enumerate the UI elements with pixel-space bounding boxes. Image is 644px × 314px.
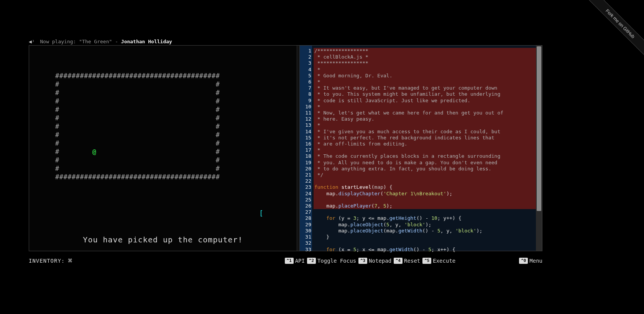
code-line: * (314, 104, 542, 110)
code-line[interactable]: map.placeObject(5, y, 'block'); (314, 222, 542, 228)
code-line: * to do anything extra. In fact, you sho… (314, 166, 542, 172)
code-line: * you. All you need to do is make a gap.… (314, 160, 542, 166)
code-line: * (314, 79, 542, 85)
code-line: * code is still JavaScript. Just like we… (314, 98, 542, 104)
code-line: function startLevel(map) { (314, 184, 542, 190)
code-line: map.displayChapter('Chapter 1\nBreakout'… (314, 191, 542, 197)
editor-scrollbar[interactable] (536, 46, 542, 251)
shortcut-toggle-focus[interactable]: ^2Toggle Focus (307, 258, 356, 264)
main-panel: ########################################… (29, 45, 542, 251)
editor-code[interactable]: /***************** * cellBlockA.js * ***… (312, 46, 542, 251)
code-line[interactable]: } (314, 234, 542, 240)
code-editor[interactable]: 1234567891011121314151617181920212223242… (300, 46, 542, 251)
fork-ribbon-label: Fork me on GitHub (581, 0, 644, 63)
code-line (314, 197, 542, 203)
code-line: * (314, 147, 542, 153)
game-grid: ########################################… (55, 72, 220, 181)
code-line: * it's not perfect. The red background i… (314, 135, 542, 141)
code-line: * to you. This system might be unfamilia… (314, 91, 542, 97)
computer-inventory-icon[interactable]: ⌘ (68, 257, 72, 265)
now-playing-sep: - (112, 39, 121, 44)
shortcut-menu[interactable]: ^0Menu (519, 258, 542, 264)
code-line: */ (314, 172, 542, 178)
code-line[interactable] (314, 209, 542, 215)
code-line: * Now, let's get what we came here for a… (314, 110, 542, 116)
now-playing-artist: Jonathan Holliday (121, 39, 172, 44)
code-line: * (314, 122, 542, 128)
code-line: * The code currently places blocks in a … (314, 153, 542, 159)
game-viewport[interactable]: ########################################… (29, 46, 297, 251)
code-line[interactable]: for (x = 5; x <= map.getWidth() - 5; x++… (314, 247, 542, 253)
shortcut-execute[interactable]: ^5Execute (422, 258, 455, 264)
shortcut-notepad[interactable]: ^3Notepad (358, 258, 391, 264)
editor-gutter: 1234567891011121314151617181920212223242… (300, 46, 312, 251)
inventory-label: INVENTORY: (29, 258, 65, 264)
code-line: /***************** (314, 48, 542, 54)
code-line (314, 178, 542, 184)
scrollbar-thumb[interactable] (537, 46, 541, 211)
code-line: * are off-limits from editing. (314, 141, 542, 147)
shortcuts: ^1API ^2Toggle Focus ^3Notepad ^4Reset ^… (285, 258, 542, 264)
code-line[interactable] (314, 240, 542, 246)
bottom-bar: INVENTORY: ⌘ ^1API ^2Toggle Focus ^3Note… (29, 257, 542, 265)
speaker-icon: ◀︎⁾ (29, 39, 35, 44)
game-message: You have picked up the computer! (29, 235, 297, 244)
now-playing-track: "The Green" (79, 39, 112, 44)
now-playing: ◀︎⁾ Now playing: "The Green" - Jonathan … (29, 39, 172, 44)
now-playing-prefix: Now playing: (40, 39, 79, 44)
shortcut-reset[interactable]: ^4Reset (394, 258, 420, 264)
code-line[interactable]: for (y = 3; y <= map.getHeight() - 10; y… (314, 215, 542, 221)
code-line: * I've given you as much access to their… (314, 129, 542, 135)
player-glyph: @ (92, 148, 97, 155)
code-line[interactable]: map.placeObject(map.getWidth() - 5, y, '… (314, 228, 542, 234)
computer-item-glyph: [ (259, 209, 263, 217)
code-line: * Good morning, Dr. Eval. (314, 73, 542, 79)
code-line: * It wasn't easy, but I've managed to ge… (314, 85, 542, 91)
code-line: ***************** (314, 60, 542, 66)
code-line: * (314, 67, 542, 73)
code-line: map.placePlayer(7, 5); (314, 203, 542, 209)
code-line: * here. Easy peasy. (314, 116, 542, 122)
code-line: * cellBlockA.js * (314, 54, 542, 60)
pane-splitter[interactable] (297, 46, 300, 251)
fork-ribbon[interactable]: Fork me on GitHub (575, 0, 644, 69)
shortcut-api[interactable]: ^1API (285, 258, 305, 264)
